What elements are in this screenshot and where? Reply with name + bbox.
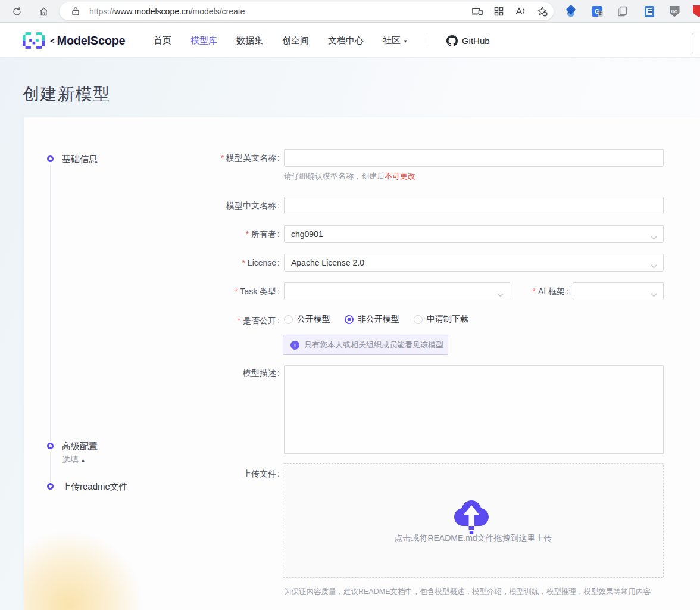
google-translate-icon[interactable]: G文: [590, 5, 604, 18]
collections-icon[interactable]: [492, 5, 505, 18]
cloud-upload-icon: [454, 497, 489, 536]
nav-studios[interactable]: 创空间: [282, 35, 309, 46]
browser-toolbar: https://www.modelscope.cn/models/create: [0, 0, 700, 23]
step-bullet-readme: [47, 483, 54, 490]
add-favorite-icon[interactable]: [536, 5, 549, 18]
chevron-down-icon: ▼: [403, 39, 408, 44]
brand-name: ModelScope: [57, 34, 126, 48]
label-upload-file: 上传文件: [137, 469, 280, 480]
radio-icon: [284, 315, 293, 324]
nav-datasets[interactable]: 数据集: [236, 35, 263, 46]
reload-icon[interactable]: [10, 5, 23, 18]
decorative-blob: [24, 527, 146, 610]
site-header: < ModelScope 首页 模型库 数据集 创空间 文档中心 社区▼ Git…: [0, 23, 700, 58]
chevron-down-icon: [651, 261, 657, 270]
copy-pages-icon[interactable]: [615, 5, 629, 18]
brand-caret: <: [50, 36, 55, 45]
info-icon: i: [290, 341, 299, 350]
address-bar[interactable]: https://www.modelscope.cn/models/create: [60, 2, 554, 20]
step-bullet-basic-info: [47, 155, 54, 162]
devices-icon[interactable]: [470, 5, 483, 18]
label-owner: 所有者: [137, 229, 280, 240]
nav-home[interactable]: 首页: [154, 35, 171, 46]
read-aloud-icon[interactable]: [514, 5, 527, 18]
shield-extension-icon[interactable]: UO: [668, 5, 681, 18]
radio-public-model[interactable]: 公开模型: [284, 314, 330, 325]
step-bullet-advanced: [47, 443, 54, 449]
chevron-down-icon: [651, 290, 657, 299]
radio-request-download[interactable]: 申请制下载: [414, 314, 468, 325]
url-text: https://www.modelscope.cn/models/create: [89, 2, 245, 20]
create-model-card: 基础信息 高级配置 选填▲ 上传readme文件 模型英文名称 请仔细确认模型名…: [24, 117, 700, 610]
chevron-up-icon: ▲: [80, 458, 86, 463]
label-visibility: 是否公开: [137, 316, 280, 326]
label-license: License: [137, 258, 280, 267]
label-model-name-en: 模型英文名称: [137, 153, 280, 164]
step-basic-info[interactable]: 基础信息: [62, 154, 98, 165]
step-upload-readme[interactable]: 上传readme文件: [62, 481, 128, 493]
lock-icon[interactable]: [71, 7, 80, 18]
step-advanced-toggle[interactable]: 选填▲: [62, 455, 86, 465]
visibility-info-note: i 只有您本人或相关组织成员能看见该模型: [283, 335, 448, 355]
step-connector-line: [50, 452, 51, 482]
red-extension-icon[interactable]: [692, 5, 700, 18]
page-title: 创建新模型: [23, 83, 111, 105]
model-name-hint: 请仔细确认模型名称，创建后不可更改: [284, 171, 415, 182]
notes-extension-icon[interactable]: [643, 5, 656, 18]
page-content: 创建新模型 基础信息 高级配置 选填▲ 上传readme文件 模型英文名称 请仔…: [0, 58, 700, 610]
label-model-name-zh: 模型中文名称: [137, 201, 280, 211]
model-description-textarea[interactable]: [284, 365, 664, 454]
github-icon: [446, 35, 458, 46]
model-name-zh-input[interactable]: [284, 197, 664, 214]
label-description: 模型描述: [137, 368, 280, 379]
license-select[interactable]: Apache License 2.0: [284, 254, 664, 272]
modelscope-logo-mark: [23, 32, 45, 49]
step-connector-line: [50, 165, 51, 441]
readme-dropzone[interactable]: 点击或将README.md文件拖拽到这里上传: [283, 463, 664, 578]
radio-icon: [414, 315, 423, 324]
label-ai-framework: AI 框架: [473, 287, 568, 297]
main-nav: 首页 模型库 数据集 创空间 文档中心 社区▼ GitHub: [154, 23, 490, 58]
label-task-type: Task 类型: [137, 287, 280, 297]
upload-note: 为保证内容质量，建议README文档中，包含模型概述，模型介绍，模型训练，模型推…: [284, 587, 651, 597]
header-search-input[interactable]: [692, 33, 700, 54]
home-icon[interactable]: [37, 5, 50, 18]
nav-docs[interactable]: 文档中心: [328, 35, 364, 46]
modelscope-logo[interactable]: < ModelScope: [23, 23, 125, 58]
dropzone-text: 点击或将README.md文件拖拽到这里上传: [283, 533, 663, 544]
extension-diamond-icon[interactable]: [564, 5, 577, 18]
visibility-radio-group: 公开模型 非公开模型 申请制下载: [284, 314, 468, 325]
radio-checked-icon: [345, 315, 354, 324]
chevron-down-icon: [651, 232, 657, 242]
owner-select[interactable]: chg0901: [284, 225, 664, 243]
ai-framework-select[interactable]: [573, 282, 664, 300]
nav-github[interactable]: GitHub: [446, 35, 490, 46]
nav-community[interactable]: 社区▼: [383, 35, 408, 46]
nav-divider: [427, 36, 427, 46]
radio-private-model[interactable]: 非公开模型: [345, 314, 399, 325]
step-advanced-config[interactable]: 高级配置: [62, 441, 98, 452]
model-name-en-input[interactable]: [284, 149, 664, 167]
nav-models[interactable]: 模型库: [190, 35, 217, 46]
